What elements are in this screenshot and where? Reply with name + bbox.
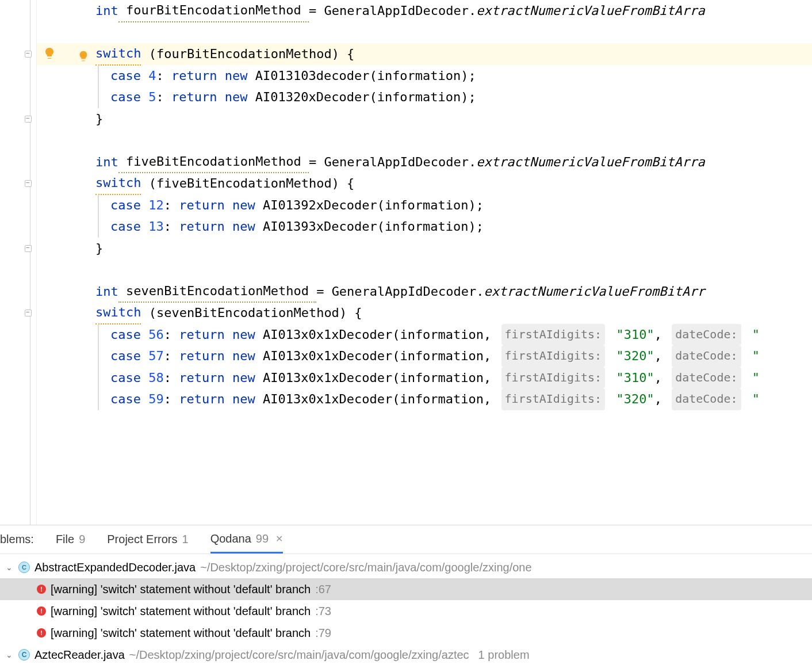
fold-toggle-icon[interactable] (23, 49, 33, 59)
tab-count: 9 (79, 533, 85, 546)
code-editor[interactable]: int fourBitEncodationMethod = GeneralApp… (0, 0, 812, 525)
chevron-down-icon[interactable]: ⌄ (6, 563, 14, 572)
code-token: 58 (141, 367, 164, 389)
code-token: , (654, 367, 670, 389)
code-token: " (745, 324, 760, 346)
parameter-hint: firstAIdigits: (501, 345, 606, 367)
code-token: : (164, 194, 179, 216)
problems-warning-row[interactable]: ![warning] 'switch' statement without 'd… (0, 622, 812, 644)
code-line[interactable]: } (37, 238, 812, 259)
error-icon: ! (37, 628, 46, 638)
code-token (225, 324, 232, 346)
code-token: AI013103decoder (247, 65, 369, 87)
warning-text: [warning] 'switch' statement without 'de… (51, 583, 311, 596)
fold-end-icon[interactable] (23, 114, 33, 124)
code-token: (information); (377, 194, 484, 216)
code-line[interactable]: case 59: return new AI013x0x1xDecoder(in… (37, 388, 812, 410)
tab-label: Project Errors (107, 533, 177, 546)
code-token: AI01393xDecoder (255, 216, 377, 238)
code-area[interactable]: int fourBitEncodationMethod = GeneralApp… (37, 0, 812, 525)
problems-tree[interactable]: ⌄CAbstractExpandedDecoder.java ~/Desktop… (0, 554, 812, 668)
problems-warning-row[interactable]: ![warning] 'switch' statement without 'd… (0, 578, 812, 600)
code-token: new (232, 216, 255, 238)
code-token: = (316, 281, 332, 303)
code-token: : (164, 216, 179, 238)
code-token: return (179, 345, 224, 367)
code-token (225, 216, 232, 238)
code-token: GeneralAppIdDecoder (324, 151, 469, 173)
code-line[interactable]: switch (fourBitEncodationMethod) { (37, 43, 812, 65)
code-line[interactable]: case 56: return new AI013x0x1xDecoder(in… (37, 324, 812, 346)
code-line[interactable]: case 57: return new AI013x0x1xDecoder(in… (37, 345, 812, 367)
code-token: extractNumericValueFromBitArra (476, 151, 704, 173)
problems-file-row[interactable]: ⌄CAbstractExpandedDecoder.java ~/Desktop… (0, 556, 812, 578)
warning-line-number: :79 (315, 627, 331, 640)
code-token: switch (95, 301, 141, 325)
code-token: 4 (141, 65, 156, 87)
fold-end-icon[interactable] (23, 243, 33, 254)
code-line[interactable] (37, 259, 812, 281)
code-token: return (171, 86, 217, 108)
code-line[interactable]: case 13: return new AI01393xDecoder(info… (37, 216, 812, 238)
code-token: "320" (608, 345, 654, 367)
code-token (225, 194, 232, 216)
code-token: return (179, 216, 224, 238)
code-token: case (110, 388, 141, 410)
code-token: (information); (369, 65, 476, 87)
code-token: 59 (141, 388, 164, 410)
intention-bulb-icon[interactable] (43, 47, 56, 63)
code-line[interactable]: case 5: return new AI01320xDecoder(infor… (37, 86, 812, 108)
code-token: AI013x0x1xDecoder (255, 345, 392, 367)
file-path: ~/Desktop/zxing/project/core/src/main/ja… (200, 561, 531, 574)
code-token (225, 345, 232, 367)
problems-file-row[interactable]: ⌄CAztecReader.java ~/Desktop/zxing/proje… (0, 644, 812, 666)
fold-toggle-icon[interactable] (23, 178, 33, 189)
code-line[interactable]: int fiveBitEncodationMethod = GeneralApp… (37, 151, 812, 173)
gutter (0, 0, 37, 525)
code-token: 12 (141, 194, 164, 216)
code-line[interactable]: } (37, 108, 812, 130)
code-token: 57 (141, 345, 164, 367)
code-line[interactable]: case 58: return new AI013x0x1xDecoder(in… (37, 367, 812, 389)
code-token: sevenBitEncodationMethod (156, 302, 339, 324)
fold-toggle-icon[interactable] (23, 308, 33, 318)
java-class-icon: C (18, 649, 30, 661)
chevron-down-icon[interactable]: ⌄ (6, 650, 14, 659)
code-token: new (232, 324, 255, 346)
file-path: ~/Desktop/zxing/project/core/src/main/ja… (129, 648, 469, 662)
code-token: return (179, 194, 224, 216)
code-line[interactable]: case 12: return new AI01392xDecoder(info… (37, 194, 812, 216)
code-line[interactable] (37, 129, 812, 151)
code-token: AI01320xDecoder (247, 86, 369, 108)
problems-warning-row[interactable]: ![warning] 'switch' statement without 'd… (0, 600, 812, 622)
code-token: fiveBitEncodationMethod (118, 151, 309, 174)
code-line[interactable]: switch (sevenBitEncodationMethod) { (37, 302, 812, 324)
problems-tab-project-errors[interactable]: Project Errors1 (107, 525, 188, 554)
warning-line-number: :73 (315, 605, 331, 618)
code-line[interactable] (37, 22, 812, 44)
code-token: 56 (141, 324, 164, 346)
code-token: } (95, 108, 103, 130)
close-icon[interactable]: ✕ (275, 533, 283, 544)
code-line[interactable]: int sevenBitEncodationMethod = GeneralAp… (37, 281, 812, 303)
code-token: , (654, 388, 670, 410)
code-token: : (156, 86, 171, 108)
code-line[interactable]: switch (fiveBitEncodationMethod) { (37, 173, 812, 194)
code-token: fourBitEncodationMethod (156, 43, 332, 65)
code-token: , (654, 345, 670, 367)
code-token: case (110, 345, 141, 367)
code-line[interactable]: int fourBitEncodationMethod = GeneralApp… (37, 0, 812, 22)
parameter-hint: firstAIdigits: (501, 388, 606, 410)
problems-tab-file[interactable]: File9 (56, 525, 85, 554)
code-token: = (309, 151, 324, 173)
code-token: (information); (377, 216, 484, 238)
code-line[interactable]: case 4: return new AI013103decoder(infor… (37, 65, 812, 87)
code-token: AI013x0x1xDecoder (255, 324, 392, 346)
parameter-hint: firstAIdigits: (501, 324, 606, 346)
code-token (225, 367, 232, 389)
problems-tab-qodana[interactable]: Qodana99✕ (210, 525, 283, 554)
code-token: new (232, 367, 255, 389)
code-token: case (110, 194, 141, 216)
code-token: case (110, 216, 141, 238)
code-token: AI01392xDecoder (255, 194, 377, 216)
